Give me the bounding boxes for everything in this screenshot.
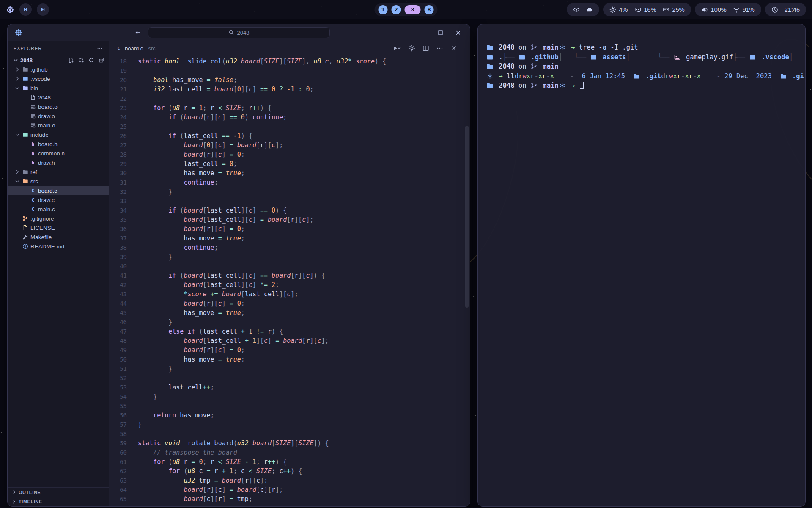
code-line[interactable]: 41 if (board[last_cell][c] == board[r][c… bbox=[109, 271, 470, 280]
new-folder-icon[interactable] bbox=[78, 57, 84, 63]
explorer-item-draw.h[interactable]: hdraw.h bbox=[8, 158, 109, 167]
code-line[interactable]: 25 bbox=[109, 122, 470, 131]
code-line[interactable]: 23 for (u8 r = 1; r < SIZE; r++) { bbox=[109, 103, 470, 113]
code-line[interactable]: 19 bbox=[109, 66, 470, 75]
code-line[interactable]: 49 board[r][c] = 0; bbox=[109, 345, 470, 355]
explorer-item-include[interactable]: include bbox=[8, 130, 109, 139]
close-editor-icon[interactable] bbox=[450, 45, 457, 52]
explorer-item-main.o[interactable]: main.o bbox=[8, 121, 109, 130]
nav-back-icon[interactable] bbox=[134, 29, 141, 36]
code-line[interactable]: 57} bbox=[109, 420, 470, 429]
code-line[interactable]: 59static void _rotate_board(u32 board[SI… bbox=[109, 439, 470, 448]
code-line[interactable]: 31 continue; bbox=[109, 178, 470, 187]
maximize-icon[interactable] bbox=[437, 30, 444, 36]
code-line[interactable]: 39 } bbox=[109, 252, 470, 262]
code-line[interactable]: 63 u32 tmp = board[r][c]; bbox=[109, 476, 470, 485]
workspace-button-2[interactable]: 2 bbox=[392, 5, 401, 14]
code-area[interactable]: 18static bool _slide_col(u32 board[SIZE]… bbox=[109, 55, 470, 506]
code-line[interactable]: 54 } bbox=[109, 392, 470, 401]
code-line[interactable]: 64 board[r][c] = board[c][r]; bbox=[109, 485, 470, 494]
close-icon[interactable] bbox=[455, 30, 461, 36]
code-line[interactable]: 35 board[last_cell][c] = board[r][c]; bbox=[109, 215, 470, 224]
workspace-prev-button[interactable] bbox=[19, 3, 32, 16]
code-line[interactable]: 48 board[last_cell + 1][c] = board[r][c]… bbox=[109, 336, 470, 345]
code-line[interactable]: 34 if (board[last_cell][c] == 0) { bbox=[109, 206, 470, 215]
explorer-item-.github[interactable]: .github bbox=[8, 65, 109, 74]
code-line[interactable]: 62 for (u8 c = r + 1; c < SIZE; c++) { bbox=[109, 467, 470, 476]
code-line[interactable]: 46 } bbox=[109, 318, 470, 327]
code-line[interactable]: 53 last_cell++; bbox=[109, 383, 470, 392]
explorer-item-.vscode[interactable]: .vscode bbox=[8, 74, 109, 83]
explorer-item-.gitignore[interactable]: .gitignore bbox=[8, 214, 109, 223]
new-file-icon[interactable] bbox=[68, 57, 74, 63]
run-code-icon[interactable] bbox=[392, 45, 401, 52]
code-line[interactable]: 36 board[r][c] = 0; bbox=[109, 224, 470, 234]
workspace-button-3[interactable]: 3 bbox=[405, 5, 421, 14]
more-actions-icon[interactable] bbox=[436, 45, 443, 52]
workspace-next-button[interactable] bbox=[37, 3, 49, 16]
terminal-window[interactable]: 2048 on main → tree -a -I .git .├── .git… bbox=[477, 24, 806, 507]
workspace-button-8[interactable]: 8 bbox=[425, 5, 434, 14]
audio-network-module[interactable]: 100% 91% bbox=[695, 3, 761, 16]
weather-module[interactable] bbox=[567, 3, 599, 16]
split-editor-icon[interactable] bbox=[422, 45, 429, 52]
explorer-item-common.h[interactable]: hcommon.h bbox=[8, 149, 109, 158]
settings-gear-icon[interactable] bbox=[409, 45, 415, 52]
code-line[interactable]: 44 board[r][c] = 0; bbox=[109, 299, 470, 308]
clock-module[interactable]: 21:46 bbox=[765, 3, 806, 16]
code-line[interactable]: 58 bbox=[109, 429, 470, 439]
collapse-folders-icon[interactable] bbox=[99, 57, 104, 63]
code-line[interactable]: 28 board[r][c] = 0; bbox=[109, 150, 470, 159]
workspace-button-1[interactable]: 1 bbox=[379, 5, 388, 14]
explorer-item-main.c[interactable]: Cmain.c bbox=[8, 204, 109, 214]
code-line[interactable]: 47 else if (last_cell + 1 != r) { bbox=[109, 327, 470, 336]
explorer-item-bin[interactable]: bin bbox=[8, 83, 109, 93]
code-line[interactable]: 29 last_cell = 0; bbox=[109, 159, 470, 168]
code-line[interactable]: 27 board[0][c] = board[r][c]; bbox=[109, 141, 470, 150]
command-center-search[interactable]: 2048 bbox=[148, 27, 330, 38]
explorer-item-draw.c[interactable]: Cdraw.c bbox=[8, 195, 109, 204]
explorer-item-ref[interactable]: ref bbox=[8, 167, 109, 177]
explorer-item-draw.o[interactable]: draw.o bbox=[8, 111, 109, 121]
explorer-item-board.h[interactable]: hboard.h bbox=[8, 139, 109, 149]
explorer-item-Makefile[interactable]: Makefile bbox=[8, 232, 109, 242]
system-stats-module[interactable]: 4% 16% 25% bbox=[603, 3, 691, 16]
timeline-panel[interactable]: TIMELINE bbox=[8, 497, 109, 506]
code-line[interactable]: 65 board[c][r] = tmp; bbox=[109, 494, 470, 504]
refresh-explorer-icon[interactable] bbox=[88, 57, 94, 63]
explorer-item-board.o[interactable]: board.o bbox=[8, 102, 109, 111]
explorer-item-board.c[interactable]: Cboard.c bbox=[8, 186, 109, 195]
code-line[interactable]: 43 *score += board[last_cell][c]; bbox=[109, 290, 470, 299]
explorer-root-folder[interactable]: 2048 bbox=[8, 55, 109, 65]
code-line[interactable]: 33 bbox=[109, 196, 470, 206]
breadcrumbs[interactable]: C board.c src bbox=[109, 41, 470, 55]
code-line[interactable]: 37 has_move = true; bbox=[109, 234, 470, 243]
code-line[interactable]: 21 i32 last_cell = board[0][c] == 0 ? -1… bbox=[109, 85, 470, 94]
code-line[interactable]: 51 } bbox=[109, 364, 470, 373]
explorer-more-icon[interactable] bbox=[97, 45, 103, 51]
code-line[interactable]: 40 bbox=[109, 262, 470, 271]
outline-panel[interactable]: OUTLINE bbox=[8, 488, 109, 497]
code-line[interactable]: 60 // transpose the board bbox=[109, 448, 470, 457]
code-line[interactable]: 45 has_move = true; bbox=[109, 308, 470, 318]
system-logo-icon[interactable] bbox=[6, 6, 14, 14]
code-line[interactable]: 26 if (last_cell == -1) { bbox=[109, 131, 470, 141]
code-line[interactable]: 24 if (board[r][c] == 0) continue; bbox=[109, 113, 470, 122]
code-line[interactable]: 55 bbox=[109, 401, 470, 411]
minimize-icon[interactable] bbox=[420, 30, 426, 36]
code-line[interactable]: 30 has_move = true; bbox=[109, 168, 470, 178]
code-line[interactable]: 20 bool has_move = false; bbox=[109, 75, 470, 85]
code-line[interactable]: 52 bbox=[109, 373, 470, 383]
explorer-item-LICENSE[interactable]: LICENSE bbox=[8, 223, 109, 232]
code-line[interactable]: 56 return has_move; bbox=[109, 411, 470, 420]
editor-scrollbar[interactable] bbox=[465, 58, 469, 505]
code-line[interactable]: 42 board[last_cell][c] *= 2; bbox=[109, 280, 470, 290]
code-line[interactable]: 32 } bbox=[109, 187, 470, 196]
explorer-item-src[interactable]: src bbox=[8, 177, 109, 186]
code-line[interactable]: 61 for (u8 r = 0; r < SIZE - 1; r++) { bbox=[109, 457, 470, 467]
code-line[interactable]: 22 bbox=[109, 94, 470, 103]
code-line[interactable]: 38 continue; bbox=[109, 243, 470, 252]
scrollbar-thumb[interactable] bbox=[465, 126, 469, 308]
explorer-item-2048[interactable]: 2048 bbox=[8, 93, 109, 102]
code-line[interactable]: 50 has_move = true; bbox=[109, 355, 470, 364]
